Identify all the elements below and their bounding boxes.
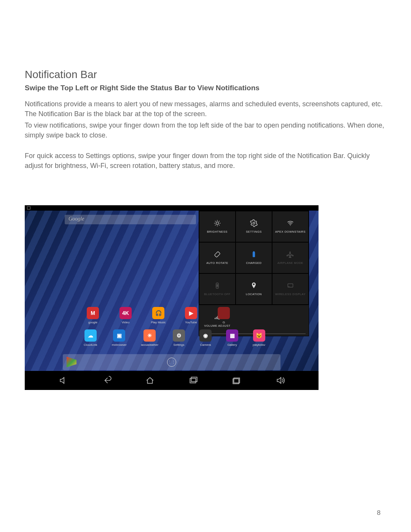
home-button[interactable]	[145, 376, 155, 385]
tile-charged[interactable]: CHARGED	[236, 242, 272, 273]
tile-settings[interactable]: SETTINGS	[236, 211, 272, 242]
cast-icon	[287, 282, 294, 289]
app-icon: ☁	[84, 329, 97, 342]
app-icon: 4K	[119, 307, 132, 319]
page-number: 8	[377, 509, 381, 517]
android-nav-bar	[25, 371, 319, 390]
svg-point-0	[216, 222, 219, 225]
app-Video[interactable]: 4KVideo	[116, 307, 135, 324]
app-icon: ▦	[226, 329, 238, 342]
app-icon: 🎧	[152, 307, 164, 319]
app-label: Video	[122, 321, 129, 324]
favorites-tray: ⋮⋮	[63, 354, 280, 370]
location-icon	[250, 282, 258, 289]
tile-location[interactable]: LOCATION	[236, 273, 272, 305]
tile-label: WIRELESS DISPLAY	[275, 292, 306, 296]
svg-rect-5	[253, 252, 255, 252]
app-icon: ▣	[113, 329, 125, 342]
play-store-icon[interactable]	[67, 357, 76, 367]
bluetooth-icon	[213, 282, 221, 289]
tablet-screenshot: Google BRIGHTNESS SETTINGS APEX DOWNSTAI…	[25, 205, 319, 390]
screenshot-button[interactable]	[232, 376, 242, 385]
app-icon: ⚙	[173, 329, 185, 342]
rotate-icon	[213, 251, 221, 258]
app-row-1: Mgoogle4KVideo🎧Play Music▶YouTubeG	[84, 307, 263, 324]
paragraph-3: For quick access to Settings options, sw…	[25, 151, 386, 171]
page-subtitle: Swipe the Top Left or Right Side the Sta…	[25, 84, 386, 92]
app-icon: 😺	[253, 329, 265, 342]
app-playkidsv[interactable]: 😺playkidsv	[253, 329, 265, 347]
wifi-icon	[287, 219, 294, 227]
tile-hidden	[272, 305, 309, 336]
tile-label: BLUETOOTH OFF	[204, 292, 230, 296]
android-status-bar	[25, 205, 319, 211]
app-label: Camera	[200, 343, 211, 347]
app-label: mxbrowser	[112, 343, 127, 347]
app-mxbrowser[interactable]: ▣mxbrowser	[112, 329, 127, 347]
tile-label: BRIGHTNESS	[207, 230, 228, 233]
app-label: accuweather	[141, 343, 158, 347]
paragraph-2: To view notifications, swipe your finger…	[25, 120, 386, 140]
svg-point-1	[253, 222, 255, 224]
svg-rect-7	[288, 284, 293, 287]
page-title: Notification Bar	[25, 69, 386, 81]
app-label: Gallery	[227, 343, 237, 347]
app-row-2: ☁CloudLink▣mxbrowser☀accuweather⚙Setting…	[84, 329, 263, 347]
app-label: G	[223, 321, 225, 324]
app-icon: ▶	[185, 307, 197, 319]
app-label: CloudLink	[84, 343, 97, 347]
tile-label: LOCATION	[246, 292, 262, 296]
app-google[interactable]: Mgoogle	[84, 307, 102, 324]
app-accuweather[interactable]: ☀accuweather	[141, 329, 158, 347]
google-search-bar[interactable]: Google	[65, 215, 196, 224]
app-Camera[interactable]: ◉Camera	[199, 329, 212, 347]
tile-brightness[interactable]: BRIGHTNESS	[199, 211, 236, 242]
app-label: YouTube	[185, 321, 197, 324]
app-icon: ◉	[199, 329, 212, 342]
app-CloudLink[interactable]: ☁CloudLink	[84, 329, 97, 347]
tile-wireless-display[interactable]: WIRELESS DISPLAY	[272, 273, 309, 305]
volume-down-button[interactable]	[58, 376, 68, 385]
svg-rect-13	[191, 377, 197, 382]
volume-up-button[interactable]	[275, 376, 285, 385]
app-label: google	[88, 321, 97, 324]
tile-label: SETTINGS	[246, 230, 262, 233]
app-Gallery[interactable]: ▦Gallery	[226, 329, 238, 347]
airplane-icon	[287, 251, 294, 258]
brightness-icon	[213, 219, 221, 227]
tile-airplane[interactable]: AIRPLANE MODE	[272, 242, 309, 273]
app-icon: M	[87, 307, 99, 319]
gear-icon	[250, 219, 258, 227]
app-G[interactable]: G	[215, 307, 233, 324]
svg-rect-4	[253, 252, 255, 257]
app-Play Music[interactable]: 🎧Play Music	[149, 307, 167, 324]
app-Settings[interactable]: ⚙Settings	[173, 329, 185, 347]
tile-autorotate[interactable]: AUTO ROTATE	[199, 242, 236, 273]
app-YouTube[interactable]: ▶YouTube	[182, 307, 200, 324]
status-icon	[27, 206, 30, 209]
svg-rect-3	[214, 251, 220, 257]
tile-bluetooth[interactable]: BLUETOOTH OFF	[199, 273, 236, 305]
app-label: Settings	[174, 343, 185, 347]
app-icon	[218, 307, 230, 319]
tile-label: CHARGED	[246, 261, 261, 265]
home-apps: Mgoogle4KVideo🎧Play Music▶YouTubeG ☁Clou…	[84, 307, 263, 352]
battery-icon	[250, 251, 258, 258]
tile-label: APEX DOWNSTAIRS	[275, 230, 306, 233]
svg-rect-12	[190, 378, 196, 383]
tile-label: AIRPLANE MODE	[277, 261, 303, 265]
tile-label: AUTO ROTATE	[206, 261, 228, 265]
back-button[interactable]	[102, 376, 112, 385]
tile-wifi[interactable]: APEX DOWNSTAIRS	[272, 211, 309, 242]
app-icon: ☀	[143, 329, 156, 342]
app-label: playkidsv	[253, 343, 265, 347]
paragraph-1: Notifications provide a means to alert y…	[25, 99, 386, 119]
svg-point-2	[290, 225, 291, 226]
app-label: Play Music	[151, 321, 166, 324]
recent-apps-button[interactable]	[188, 376, 198, 385]
all-apps-button[interactable]: ⋮⋮	[167, 358, 176, 367]
